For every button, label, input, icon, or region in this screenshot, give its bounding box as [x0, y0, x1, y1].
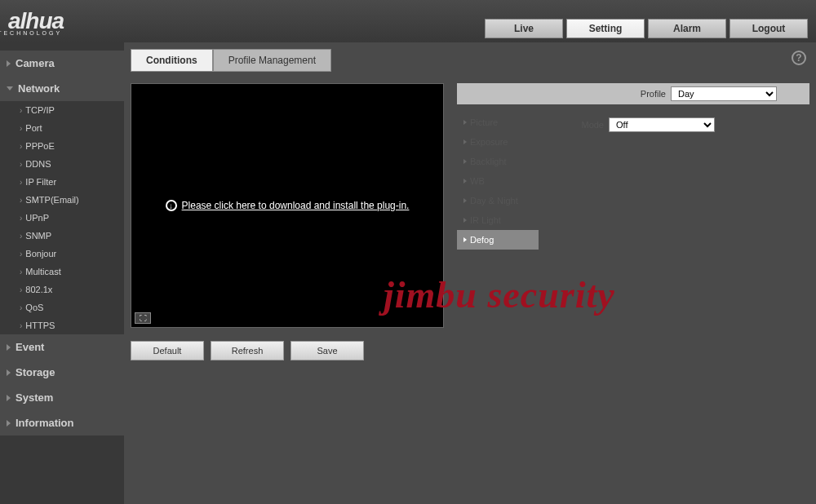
- acc-item-backlight[interactable]: Backlight: [457, 152, 539, 171]
- default-button[interactable]: Default: [131, 341, 204, 360]
- nav-tab-live[interactable]: Live: [485, 19, 563, 38]
- fullscreen-icon[interactable]: ⛶: [135, 312, 151, 324]
- sidebar-item-8021x[interactable]: ›802.1x: [0, 281, 124, 298]
- help-icon[interactable]: ?: [792, 51, 806, 65]
- profile-select[interactable]: Day: [671, 86, 777, 101]
- acc-item-defog[interactable]: Defog: [457, 230, 539, 250]
- brand-logo: alhua TECHNOLOGY: [8, 8, 64, 34]
- acc-item-daynight[interactable]: Day & Night: [457, 191, 539, 210]
- sidebar-item-information[interactable]: Information: [0, 410, 124, 435]
- brand-subtitle: TECHNOLOGY: [0, 30, 62, 36]
- sidebar-item-ipfilter[interactable]: ›IP Filter: [0, 173, 124, 191]
- profile-label: Profile: [641, 89, 666, 99]
- sidebar-item-ddns[interactable]: ›DDNS: [0, 155, 124, 173]
- sidebar-item-port[interactable]: ›Port: [0, 119, 124, 137]
- sidebar-item-pppoe[interactable]: ›PPPoE: [0, 137, 124, 155]
- sub-tabs: Conditions Profile Management: [131, 49, 809, 72]
- sidebar-item-storage[interactable]: Storage: [0, 360, 124, 385]
- sidebar-item-system[interactable]: System: [0, 385, 124, 410]
- main-panel: Conditions Profile Management ? ↓ Please…: [124, 42, 816, 504]
- sidebar-item-upnp[interactable]: ›UPnP: [0, 209, 124, 227]
- sidebar-item-qos[interactable]: ›QoS: [0, 298, 124, 316]
- acc-item-picture[interactable]: Picture: [457, 113, 539, 132]
- download-icon: ↓: [166, 200, 177, 211]
- acc-item-irlight[interactable]: IR Light: [457, 210, 539, 230]
- header: alhua TECHNOLOGY Live Setting Alarm Logo…: [0, 0, 816, 42]
- sub-tab-conditions[interactable]: Conditions: [131, 49, 213, 72]
- nav-tab-setting[interactable]: Setting: [566, 19, 645, 38]
- refresh-button[interactable]: Refresh: [211, 341, 284, 360]
- sidebar-item-tcpip[interactable]: ›TCP/IP: [0, 101, 124, 119]
- accordion: Picture Exposure Backlight WB Day & Nigh…: [457, 113, 539, 250]
- sidebar-item-smtp[interactable]: ›SMTP(Email): [0, 191, 124, 209]
- sidebar-item-bonjour[interactable]: ›Bonjour: [0, 245, 124, 263]
- sidebar-item-snmp[interactable]: ›SNMP: [0, 227, 124, 245]
- profile-bar: Profile Day: [457, 83, 809, 104]
- plugin-download-link[interactable]: ↓ Please click here to download and inst…: [166, 200, 410, 211]
- video-preview: ↓ Please click here to download and inst…: [131, 83, 444, 328]
- nav-tab-logout[interactable]: Logout: [730, 19, 808, 38]
- sidebar-item-multicast[interactable]: ›Multicast: [0, 263, 124, 281]
- mode-label: Mode: [571, 120, 604, 130]
- mode-select[interactable]: Off: [609, 117, 715, 132]
- acc-item-wb[interactable]: WB: [457, 171, 539, 191]
- save-button[interactable]: Save: [290, 341, 364, 360]
- sub-tab-profile-management[interactable]: Profile Management: [213, 49, 331, 72]
- acc-item-exposure[interactable]: Exposure: [457, 132, 539, 152]
- sidebar-item-camera[interactable]: Camera: [0, 51, 124, 76]
- nav-tab-alarm[interactable]: Alarm: [648, 19, 726, 38]
- sidebar-item-https[interactable]: ›HTTPS: [0, 316, 124, 334]
- sidebar-item-network[interactable]: Network: [0, 76, 124, 101]
- nav-tabs: Live Setting Alarm Logout: [485, 19, 808, 38]
- controls: Mode Off: [539, 113, 809, 250]
- sidebar-item-event[interactable]: Event: [0, 334, 124, 360]
- sidebar: Camera Network ›TCP/IP ›Port ›PPPoE ›DDN…: [0, 42, 124, 504]
